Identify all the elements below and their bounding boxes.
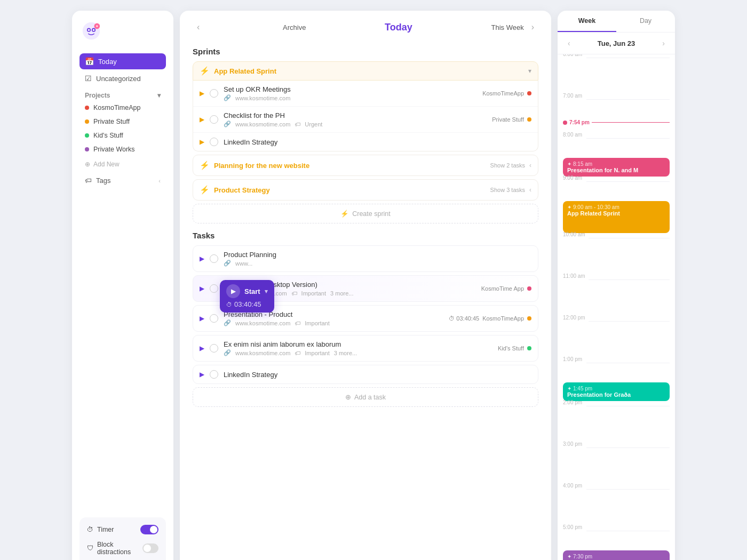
time-slot: 8:00 am [563, 135, 670, 156]
task-section: ▶ Product Planning 🔗 www... ▶ [193, 245, 538, 384]
time-line [589, 279, 670, 280]
project-dot [85, 147, 89, 151]
tab-week[interactable]: Week [558, 11, 616, 32]
table-row[interactable]: ▶ LinkedIn Strategy [193, 133, 538, 151]
add-task-button[interactable]: ⊕ Add a task [193, 387, 538, 407]
sprints-title: Sprints [193, 47, 538, 56]
table-row-highlighted[interactable]: ▶ KosmoTime (Desktop Version) 🔗 www.gips… [193, 275, 538, 302]
start-label[interactable]: Start [244, 287, 260, 295]
chevron-icon: ▾ [157, 92, 161, 99]
table-row[interactable]: ▶ Set up OKR Meetings 🔗 www.kosmotime.co… [193, 81, 538, 107]
table-row[interactable]: ▶ LinkedIn Strategy [193, 365, 538, 384]
time-label: 11:00 am [563, 273, 585, 279]
table-row[interactable]: ▶ Checklist for the PH 🔗 www.kosmotime.c… [193, 107, 538, 133]
block-toggle[interactable] [142, 543, 158, 553]
create-sprint-button[interactable]: ⚡ Create sprint [193, 204, 538, 223]
project-item-kosmo[interactable]: KosmoTimeApp [80, 101, 166, 114]
prev-button[interactable]: ‹ [193, 20, 204, 34]
time-slot: 3:00 pm [563, 444, 670, 466]
project-item-private-stuff[interactable]: Private Stuff [80, 115, 166, 128]
cal-prev[interactable]: ‹ [565, 38, 573, 49]
timer-toggle[interactable] [140, 525, 158, 534]
time-line [586, 138, 670, 139]
table-row[interactable]: ▶ Ex enim nisi anim laborum ex laborum 🔗… [193, 335, 538, 362]
block-label: Block distractions [97, 541, 142, 556]
tab-day[interactable]: Day [616, 11, 675, 32]
cal-event-sprint[interactable]: ✦9:00 am - 10:30 am App Related Sprint [563, 201, 670, 233]
sidebar-item-uncategorized[interactable]: ☑ Uncategorized [80, 70, 166, 86]
play-circle[interactable]: ▶ [226, 284, 240, 298]
main-scroll: Sprints ⚡ App Related Sprint ▾ ▶ Set up … [180, 39, 551, 560]
table-row[interactable]: ▶ Product Planning 🔗 www... [193, 245, 538, 272]
this-week-button[interactable]: This Week › [491, 20, 538, 34]
task-check[interactable] [210, 284, 218, 293]
dropdown-icon[interactable]: ▾ [265, 288, 268, 295]
tag-icon: 🏷 [295, 121, 300, 127]
task-meta: 🔗 www.kosmotime.com [224, 94, 477, 101]
task-name: LinkedIn Strategy [224, 138, 531, 146]
projects-section[interactable]: Projects ▾ [80, 86, 166, 101]
task-info: Set up OKR Meetings 🔗 www.kosmotime.com [224, 85, 477, 101]
play-icon[interactable]: ▶ [200, 116, 204, 123]
task-tags: KosmoTime App [481, 285, 531, 292]
archive-link[interactable]: Archive [283, 23, 306, 31]
project-dot [85, 119, 89, 124]
play-icon[interactable]: ▶ [200, 90, 204, 97]
sprint-icon: ⚡ [200, 66, 210, 76]
play-icon[interactable]: ▶ [200, 345, 204, 352]
cal-event-gracja[interactable]: ✦1:45 pm Presentation for Graða [563, 382, 670, 401]
task-check[interactable] [210, 314, 218, 323]
sidebar-item-today[interactable]: 📅 Today [80, 53, 166, 69]
time-block-2pm: 2:00 pm [563, 403, 670, 443]
sprint-header-app[interactable]: ⚡ App Related Sprint ▾ [193, 61, 538, 81]
timer-small: ⏱ 03:40:45 [449, 315, 479, 322]
next-button[interactable]: › [527, 20, 538, 34]
play-icon[interactable]: ▶ [200, 371, 204, 378]
sidebar-nav: 📅 Today ☑ Uncategorized [80, 53, 166, 86]
task-check[interactable] [210, 254, 218, 263]
timer-icon: ⏱ [87, 526, 94, 533]
project-label: KosmoTimeApp [482, 90, 524, 97]
settings-card: ⏱ Timer 🛡 Block distractions 🔗 Open [80, 517, 166, 560]
sprint-planning[interactable]: ⚡ Planning for the new website Show 2 ta… [193, 155, 538, 176]
play-icon[interactable]: ▶ [200, 255, 204, 262]
start-btn-row: ▶ Start ▾ [226, 284, 268, 298]
cal-event-presentation[interactable]: ✦8:15 am Presentation for N. and M [563, 158, 670, 177]
cal-scroll[interactable]: 6:00 am 7:00 am 7:54 pm [558, 54, 675, 560]
task-check[interactable] [210, 138, 218, 146]
time-block-5pm: 5:00 pm ✦7:30 pm Evening Meeting with Jo… [563, 527, 670, 560]
project-item-kids[interactable]: Kid's Stuff [80, 129, 166, 142]
sidebar-bottom: ⏱ Timer 🛡 Block distractions 🔗 Open [80, 517, 166, 560]
task-check[interactable] [210, 115, 218, 124]
project-label: KosmoTimeApp [482, 315, 524, 322]
show-items: Show 3 tasks [490, 187, 525, 193]
tag-icon: 🏷 [291, 290, 297, 297]
task-meta: 🔗 www... [224, 260, 531, 267]
play-icon[interactable]: ▶ [200, 315, 204, 322]
project-label: Kid's Stuff [498, 345, 524, 351]
tag-icon: 🏷 [295, 320, 300, 326]
time-line [586, 489, 670, 490]
project-item-private-works[interactable]: Private Works [80, 143, 166, 156]
cal-event-joe[interactable]: ✦7:30 pm Evening Meeting with Joe [563, 550, 670, 560]
play-icon[interactable]: ▶ [200, 138, 204, 146]
time-slot: 11:00 am [563, 276, 670, 298]
task-url: www... [235, 260, 252, 267]
project-dot [527, 91, 531, 95]
time-label: 12:00 pm [563, 315, 585, 321]
sprint-product[interactable]: ⚡ Product Strategy Show 3 tasks ‹ [193, 179, 538, 201]
task-check[interactable] [210, 344, 218, 353]
cal-next[interactable]: › [659, 38, 667, 49]
start-popup: ▶ Start ▾ ⏱ 03:40:45 [220, 280, 274, 313]
block-icon: 🛡 [87, 545, 94, 552]
add-new-label: Add New [93, 161, 120, 168]
project-dot [85, 106, 89, 110]
play-icon[interactable]: ▶ [200, 285, 204, 292]
add-new-project[interactable]: ⊕ Add New [80, 158, 166, 171]
task-check[interactable] [210, 89, 218, 98]
task-check[interactable] [210, 370, 218, 379]
time-label: 5:00 pm [563, 524, 583, 530]
tags-section[interactable]: 🏷 Tags ‹ [80, 173, 166, 188]
task-url: www.kosmotime.com [235, 95, 290, 101]
time-block-6am: 6:00 am [563, 54, 670, 95]
